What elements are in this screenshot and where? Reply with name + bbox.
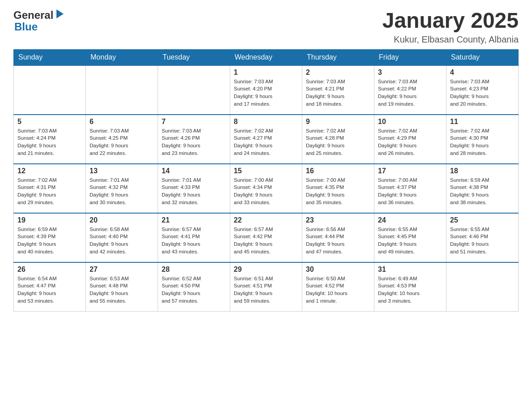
day-number: 6 [90, 118, 154, 126]
day-info: Sunrise: 7:00 AM Sunset: 4:35 PM Dayligh… [306, 176, 370, 206]
day-info: Sunrise: 7:02 AM Sunset: 4:28 PM Dayligh… [306, 127, 370, 157]
day-number: 24 [378, 216, 442, 224]
calendar-cell [158, 65, 230, 115]
day-number: 27 [90, 265, 154, 274]
calendar-week-1: 1Sunrise: 7:03 AM Sunset: 4:20 PM Daylig… [14, 65, 519, 115]
day-number: 1 [234, 68, 298, 77]
day-number: 28 [162, 265, 226, 274]
day-info: Sunrise: 7:03 AM Sunset: 4:26 PM Dayligh… [162, 127, 226, 157]
calendar-header: SundayMondayTuesdayWednesdayThursdayFrid… [14, 49, 519, 65]
day-info: Sunrise: 6:58 AM Sunset: 4:40 PM Dayligh… [90, 226, 154, 256]
calendar-cell: 9Sunrise: 7:02 AM Sunset: 4:28 PM Daylig… [302, 115, 374, 164]
calendar-cell: 10Sunrise: 7:02 AM Sunset: 4:29 PM Dayli… [374, 115, 446, 164]
logo: General Blue [13, 9, 91, 33]
day-info: Sunrise: 7:01 AM Sunset: 4:32 PM Dayligh… [90, 176, 154, 206]
day-info: Sunrise: 7:00 AM Sunset: 4:34 PM Dayligh… [234, 176, 298, 206]
calendar-cell: 12Sunrise: 7:02 AM Sunset: 4:31 PM Dayli… [14, 164, 86, 213]
weekday-header-thursday: Thursday [302, 49, 374, 65]
weekday-header-wednesday: Wednesday [230, 49, 302, 65]
day-info: Sunrise: 6:59 AM Sunset: 4:39 PM Dayligh… [17, 226, 82, 256]
title-section: January 2025 Kukur, Elbasan County, Alba… [382, 9, 519, 45]
calendar-week-5: 26Sunrise: 6:54 AM Sunset: 4:47 PM Dayli… [14, 262, 519, 312]
calendar-cell: 6Sunrise: 7:03 AM Sunset: 4:25 PM Daylig… [86, 115, 158, 164]
day-info: Sunrise: 7:02 AM Sunset: 4:27 PM Dayligh… [234, 127, 298, 157]
day-number: 22 [234, 216, 298, 224]
day-number: 9 [306, 118, 370, 126]
day-info: Sunrise: 6:55 AM Sunset: 4:46 PM Dayligh… [450, 226, 515, 256]
day-number: 13 [90, 167, 154, 175]
day-number: 23 [306, 216, 370, 224]
calendar-cell: 16Sunrise: 7:00 AM Sunset: 4:35 PM Dayli… [302, 164, 374, 213]
calendar-cell: 15Sunrise: 7:00 AM Sunset: 4:34 PM Dayli… [230, 164, 302, 213]
calendar-week-4: 19Sunrise: 6:59 AM Sunset: 4:39 PM Dayli… [14, 213, 519, 262]
day-number: 19 [17, 216, 82, 224]
day-info: Sunrise: 6:51 AM Sunset: 4:51 PM Dayligh… [234, 275, 298, 305]
day-number: 5 [17, 118, 82, 126]
logo-triangle-icon [56, 9, 64, 18]
day-info: Sunrise: 7:03 AM Sunset: 4:22 PM Dayligh… [378, 78, 442, 108]
weekday-header-saturday: Saturday [446, 49, 519, 65]
page-title: January 2025 [382, 9, 519, 33]
day-info: Sunrise: 7:03 AM Sunset: 4:25 PM Dayligh… [90, 127, 154, 157]
calendar-cell: 17Sunrise: 7:00 AM Sunset: 4:37 PM Dayli… [374, 164, 446, 213]
calendar-cell: 31Sunrise: 6:49 AM Sunset: 4:53 PM Dayli… [374, 262, 446, 312]
weekday-header-sunday: Sunday [14, 49, 86, 65]
calendar-cell: 20Sunrise: 6:58 AM Sunset: 4:40 PM Dayli… [86, 213, 158, 262]
calendar-cell: 4Sunrise: 7:03 AM Sunset: 4:23 PM Daylig… [446, 65, 519, 115]
day-info: Sunrise: 6:59 AM Sunset: 4:38 PM Dayligh… [450, 176, 515, 206]
day-info: Sunrise: 7:03 AM Sunset: 4:24 PM Dayligh… [17, 127, 82, 157]
day-number: 4 [450, 68, 515, 77]
page-subtitle: Kukur, Elbasan County, Albania [382, 34, 519, 45]
calendar-cell: 25Sunrise: 6:55 AM Sunset: 4:46 PM Dayli… [446, 213, 519, 262]
day-info: Sunrise: 7:02 AM Sunset: 4:30 PM Dayligh… [450, 127, 515, 157]
calendar-cell [446, 262, 519, 312]
calendar-body: 1Sunrise: 7:03 AM Sunset: 4:20 PM Daylig… [14, 65, 519, 312]
day-number: 14 [162, 167, 226, 175]
calendar-cell [14, 65, 86, 115]
calendar-cell: 29Sunrise: 6:51 AM Sunset: 4:51 PM Dayli… [230, 262, 302, 312]
calendar-cell: 30Sunrise: 6:50 AM Sunset: 4:52 PM Dayli… [302, 262, 374, 312]
weekday-header-monday: Monday [86, 49, 158, 65]
calendar-cell: 24Sunrise: 6:55 AM Sunset: 4:45 PM Dayli… [374, 213, 446, 262]
calendar-week-2: 5Sunrise: 7:03 AM Sunset: 4:24 PM Daylig… [14, 115, 519, 164]
day-number: 3 [378, 68, 442, 77]
calendar-cell: 22Sunrise: 6:57 AM Sunset: 4:42 PM Dayli… [230, 213, 302, 262]
logo-blue: Blue [13, 21, 91, 33]
day-number: 10 [378, 118, 442, 126]
day-info: Sunrise: 6:57 AM Sunset: 4:41 PM Dayligh… [162, 226, 226, 256]
day-info: Sunrise: 6:56 AM Sunset: 4:44 PM Dayligh… [306, 226, 370, 256]
day-number: 12 [17, 167, 82, 175]
calendar-cell: 11Sunrise: 7:02 AM Sunset: 4:30 PM Dayli… [446, 115, 519, 164]
day-number: 15 [234, 167, 298, 175]
weekday-header-row: SundayMondayTuesdayWednesdayThursdayFrid… [14, 49, 519, 65]
page-header: General Blue January 2025 Kukur, Elbasan… [13, 9, 519, 45]
calendar-cell: 7Sunrise: 7:03 AM Sunset: 4:26 PM Daylig… [158, 115, 230, 164]
calendar-cell: 18Sunrise: 6:59 AM Sunset: 4:38 PM Dayli… [446, 164, 519, 213]
day-info: Sunrise: 7:02 AM Sunset: 4:31 PM Dayligh… [17, 176, 82, 206]
day-info: Sunrise: 7:03 AM Sunset: 4:21 PM Dayligh… [306, 78, 370, 108]
day-number: 18 [450, 167, 515, 175]
day-number: 11 [450, 118, 515, 126]
calendar-table: SundayMondayTuesdayWednesdayThursdayFrid… [13, 49, 519, 312]
weekday-header-tuesday: Tuesday [158, 49, 230, 65]
calendar-cell: 28Sunrise: 6:52 AM Sunset: 4:50 PM Dayli… [158, 262, 230, 312]
day-number: 20 [90, 216, 154, 224]
logo-general: General [13, 9, 53, 21]
calendar-cell: 5Sunrise: 7:03 AM Sunset: 4:24 PM Daylig… [14, 115, 86, 164]
calendar-cell: 2Sunrise: 7:03 AM Sunset: 4:21 PM Daylig… [302, 65, 374, 115]
day-number: 26 [17, 265, 82, 274]
calendar-cell: 21Sunrise: 6:57 AM Sunset: 4:41 PM Dayli… [158, 213, 230, 262]
day-number: 25 [450, 216, 515, 224]
day-info: Sunrise: 6:53 AM Sunset: 4:48 PM Dayligh… [90, 275, 154, 305]
day-info: Sunrise: 6:52 AM Sunset: 4:50 PM Dayligh… [162, 275, 226, 305]
day-info: Sunrise: 6:55 AM Sunset: 4:45 PM Dayligh… [378, 226, 442, 256]
calendar-cell [86, 65, 158, 115]
calendar-week-3: 12Sunrise: 7:02 AM Sunset: 4:31 PM Dayli… [14, 164, 519, 213]
calendar-cell: 23Sunrise: 6:56 AM Sunset: 4:44 PM Dayli… [302, 213, 374, 262]
day-info: Sunrise: 7:01 AM Sunset: 4:33 PM Dayligh… [162, 176, 226, 206]
day-info: Sunrise: 6:54 AM Sunset: 4:47 PM Dayligh… [17, 275, 82, 305]
calendar-cell: 26Sunrise: 6:54 AM Sunset: 4:47 PM Dayli… [14, 262, 86, 312]
day-number: 29 [234, 265, 298, 274]
day-number: 31 [378, 265, 442, 274]
day-number: 30 [306, 265, 370, 274]
